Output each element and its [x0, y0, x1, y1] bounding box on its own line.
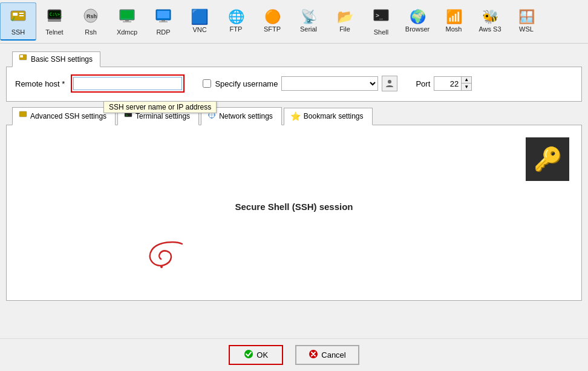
toolbar-awss3[interactable]: 🐝 Aws S3 — [472, 2, 508, 41]
specify-username-group: Specify username — [203, 76, 397, 91]
browser-icon: 🌍 — [410, 10, 426, 24]
cancel-button[interactable]: Cancel — [295, 345, 359, 365]
bookmark-icon: ⭐ — [290, 111, 301, 121]
port-input[interactable] — [434, 77, 461, 90]
cancel-icon — [309, 349, 318, 361]
shell-label: Shell — [374, 28, 388, 36]
settings-tabs: Advanced SSH settings >_ Terminal settin… — [6, 104, 582, 125]
toolbar-rsh[interactable]: Rsh Rsh — [73, 2, 109, 41]
username-dropdown[interactable] — [281, 76, 378, 91]
remote-host-input[interactable] — [73, 77, 182, 90]
toolbar-wsl[interactable]: 🪟 WSL — [508, 2, 544, 41]
port-decrement-button[interactable]: ▼ — [462, 84, 471, 90]
svg-rect-7 — [48, 19, 61, 22]
serial-label: Serial — [300, 25, 317, 33]
specify-username-checkbox[interactable] — [203, 79, 211, 88]
basic-ssh-tab-label: Basic SSH settings — [31, 55, 93, 64]
basic-ssh-tab-icon — [19, 54, 27, 64]
mosh-label: Mosh — [446, 25, 462, 33]
content-area: 🔑 Secure Shell (SSH) session — [6, 125, 582, 301]
svg-text:>_: >_ — [376, 12, 384, 19]
rsh-label: Rsh — [85, 28, 97, 36]
svg-rect-17 — [159, 21, 168, 22]
wsl-icon: 🪟 — [518, 10, 535, 24]
user-icon-button[interactable] — [382, 76, 397, 91]
ssh-label: SSH — [11, 28, 25, 36]
toolbar-xdmcp[interactable]: Xdmcp — [109, 2, 145, 41]
toolbar-file[interactable]: 📂 File — [327, 2, 363, 41]
ok-label: OK — [256, 350, 268, 360]
svg-point-28 — [211, 117, 212, 119]
file-icon: 📂 — [337, 10, 353, 24]
tab-advanced-ssh[interactable]: Advanced SSH settings — [12, 107, 116, 125]
svg-rect-23 — [19, 111, 27, 117]
key-icon-box: 🔑 — [526, 137, 569, 181]
ok-button[interactable]: OK — [229, 345, 283, 365]
advanced-ssh-icon — [19, 111, 27, 121]
port-increment-button[interactable]: ▲ — [462, 77, 471, 84]
port-group: Port ▲ ▼ — [416, 76, 472, 91]
toolbar-serial[interactable]: 📡 Serial — [290, 2, 327, 41]
sftp-label: SFTP — [264, 25, 281, 33]
xdmcp-label: Xdmcp — [117, 28, 137, 36]
rsh-icon: Rsh — [82, 7, 99, 27]
ok-icon — [244, 349, 253, 361]
toolbar: SSH C:\>_ Telnet Rsh Rsh — [0, 0, 588, 44]
remote-host-box — [71, 74, 185, 93]
svg-point-33 — [160, 266, 163, 268]
tooltip: SSH server name or IP address — [103, 101, 217, 113]
svg-point-22 — [388, 80, 391, 84]
svg-point-29 — [208, 114, 209, 116]
rdp-icon — [155, 7, 172, 27]
serial-icon: 📡 — [301, 10, 317, 24]
rdp-label: RDP — [156, 28, 170, 36]
tab-advanced-ssh-label: Advanced SSH settings — [30, 112, 106, 120]
vnc-label: VNC — [192, 26, 206, 33]
svg-rect-1 — [13, 13, 18, 16]
svg-text:Rsh: Rsh — [87, 13, 97, 19]
svg-rect-15 — [157, 11, 169, 18]
svg-rect-11 — [121, 11, 133, 18]
telnet-label: Telnet — [45, 28, 63, 36]
port-label: Port — [416, 79, 430, 88]
ssh-description: Secure Shell (SSH) session — [235, 202, 353, 212]
wsl-label: WSL — [519, 25, 534, 33]
settings-tab-area: Basic SSH settings — [6, 47, 582, 67]
toolbar-ssh[interactable]: SSH — [0, 2, 36, 41]
ftp-label: FTP — [230, 25, 243, 33]
svg-rect-21 — [20, 55, 23, 57]
toolbar-telnet[interactable]: C:\>_ Telnet — [36, 2, 73, 41]
ssh-icon — [10, 7, 27, 27]
file-label: File — [339, 25, 350, 33]
basic-ssh-tab[interactable]: Basic SSH settings — [12, 51, 100, 67]
toolbar-rdp[interactable]: RDP — [145, 2, 181, 41]
bottom-bar: OK Cancel — [0, 338, 588, 371]
svg-point-30 — [214, 114, 215, 116]
specify-username-label: Specify username — [215, 79, 278, 88]
key-icon: 🔑 — [534, 146, 562, 172]
port-input-wrap: ▲ ▼ — [434, 76, 472, 91]
shell-icon: >_ — [373, 7, 390, 27]
svg-text:C:\>_: C:\>_ — [50, 12, 63, 17]
sftp-icon: 🟠 — [264, 10, 281, 24]
vnc-icon: 🟦 — [191, 10, 209, 24]
cancel-label: Cancel — [321, 350, 345, 360]
swirl-decoration — [140, 238, 188, 276]
basic-panel: Remote host * Specify username — [6, 67, 582, 102]
basic-row: Remote host * Specify username — [15, 74, 573, 93]
toolbar-shell[interactable]: >_ Shell — [363, 2, 399, 41]
awss3-label: Aws S3 — [479, 25, 501, 33]
tab-network-label: Network settings — [219, 112, 273, 120]
tab-bookmark-label: Bookmark settings — [304, 112, 364, 120]
awss3-icon: 🐝 — [482, 10, 498, 24]
mosh-icon: 📶 — [446, 10, 462, 24]
toolbar-browser[interactable]: 🌍 Browser — [399, 2, 436, 41]
ftp-icon: 🌐 — [228, 10, 244, 24]
toolbar-vnc[interactable]: 🟦 VNC — [181, 2, 218, 41]
toolbar-sftp[interactable]: 🟠 SFTP — [254, 2, 290, 41]
xdmcp-icon — [119, 7, 136, 27]
svg-text:>_: >_ — [126, 113, 130, 117]
toolbar-mosh[interactable]: 📶 Mosh — [436, 2, 472, 41]
tab-bookmark[interactable]: ⭐ Bookmark settings — [284, 108, 373, 125]
toolbar-ftp[interactable]: 🌐 FTP — [218, 2, 254, 41]
